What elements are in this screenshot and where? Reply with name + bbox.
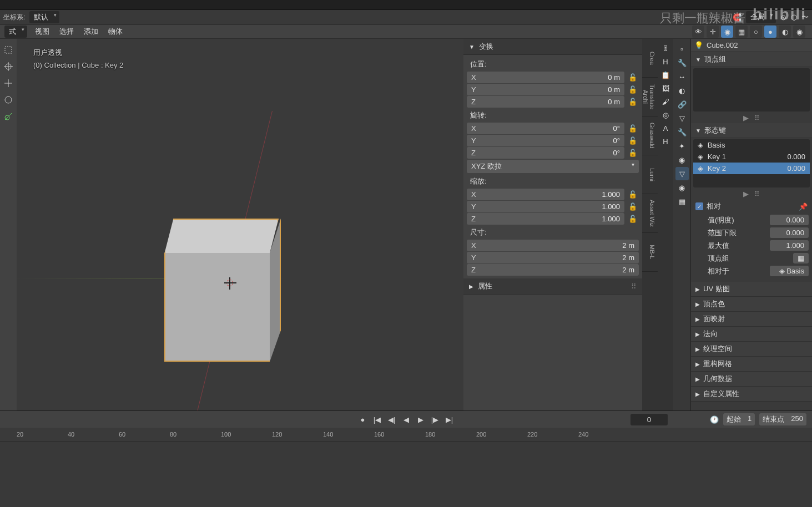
rot-z-field[interactable]: Z0° bbox=[467, 147, 624, 159]
play-reverse-button[interactable]: ◀ bbox=[401, 414, 412, 424]
viewport-3d[interactable]: 用户透视 (0) Collection | Cube : Key 2 bbox=[17, 39, 463, 410]
min-field[interactable]: 0.000 bbox=[770, 227, 809, 238]
lock-icon[interactable]: 🔓 bbox=[627, 123, 639, 134]
scl-x-field[interactable]: X1.000 bbox=[467, 189, 624, 200]
timeline-tracks[interactable] bbox=[0, 442, 812, 507]
rot-mode-dropdown[interactable]: XYZ 欧拉▾ bbox=[467, 160, 639, 173]
shapekeys-header[interactable]: ▼形态键 bbox=[691, 123, 812, 138]
record-button[interactable]: ● bbox=[357, 414, 369, 424]
start-frame-field[interactable]: 起始1 bbox=[723, 413, 755, 425]
cursor-tool-icon[interactable] bbox=[2, 60, 15, 73]
uv-header[interactable]: ▶UV 贴图 bbox=[691, 282, 812, 297]
object-tab-icon[interactable]: ▽ bbox=[675, 111, 689, 125]
rot-x-field[interactable]: X0° bbox=[467, 123, 624, 134]
visibility-icon[interactable]: 👁 bbox=[692, 26, 704, 38]
texspace-header[interactable]: ▶纹理空间 bbox=[691, 342, 812, 357]
coord-dropdown[interactable]: 默认 bbox=[29, 11, 59, 23]
normal-header[interactable]: ▶法向 bbox=[691, 327, 812, 342]
xray-icon[interactable]: ▦ bbox=[735, 26, 748, 38]
texture-tab-icon[interactable]: ▦ bbox=[675, 195, 689, 208]
tab-translate[interactable]: Translate Archi bbox=[642, 78, 658, 116]
keyframe-prev-button[interactable]: ◀| bbox=[386, 414, 397, 424]
panel-transform-header[interactable]: ▼变换 bbox=[463, 39, 642, 55]
overlay-icon[interactable]: ◉ bbox=[721, 26, 733, 38]
vertex-groups-list[interactable] bbox=[693, 68, 810, 111]
relto-field[interactable]: ◈ Basis bbox=[770, 266, 809, 276]
remesh-header[interactable]: ▶重构网格 bbox=[691, 357, 812, 372]
lock-icon[interactable]: 🔓 bbox=[627, 189, 639, 200]
particle-tab-icon[interactable]: ✦ bbox=[675, 139, 689, 153]
cube-object[interactable] bbox=[161, 205, 289, 352]
modifier-tab-icon[interactable]: 🔧 bbox=[675, 125, 689, 139]
scl-y-field[interactable]: Y1.000 bbox=[467, 201, 624, 212]
select-tool-icon[interactable] bbox=[2, 43, 15, 57]
custom-header[interactable]: ▶自定义属性 bbox=[691, 387, 812, 402]
tab-mbl[interactable]: MB-L bbox=[642, 233, 658, 272]
dim-x-field[interactable]: X2 m bbox=[467, 240, 639, 251]
tune-icon[interactable]: 🎚 bbox=[659, 42, 672, 54]
value-field[interactable]: 0.000 bbox=[770, 215, 809, 225]
menu-select[interactable]: 选择 bbox=[57, 26, 76, 38]
world-tab-icon[interactable]: 🔗 bbox=[675, 98, 689, 111]
shade-matcap-icon[interactable]: ◐ bbox=[779, 26, 791, 38]
pin-icon[interactable]: 📌 bbox=[799, 202, 808, 211]
dim-y-field[interactable]: Y2 m bbox=[467, 252, 639, 263]
max-field[interactable]: 1.000 bbox=[770, 240, 809, 251]
gizmo-icon[interactable]: ✛ bbox=[707, 26, 719, 38]
clock-icon[interactable]: 🕐 bbox=[710, 415, 719, 424]
output-tab-icon[interactable]: 🔧 bbox=[675, 56, 689, 69]
view-tab-icon[interactable]: ↔ bbox=[675, 70, 689, 83]
mesh-tab-icon[interactable]: ▽ bbox=[675, 167, 689, 180]
shade-solid-icon[interactable]: ● bbox=[764, 26, 776, 38]
panel-props-header[interactable]: ▶属性⠿ bbox=[463, 278, 642, 295]
menu-view[interactable]: 视图 bbox=[33, 26, 52, 38]
fmap-header[interactable]: ▶面映射 bbox=[691, 312, 812, 327]
material-tab-icon[interactable]: ◉ bbox=[675, 181, 689, 194]
lock-icon[interactable]: 🔓 bbox=[627, 201, 639, 212]
lock-icon[interactable]: 🔓 bbox=[627, 97, 639, 108]
lock-icon[interactable]: 🔓 bbox=[627, 135, 639, 146]
shapekey-key2[interactable]: ◈ Key 20.000 bbox=[693, 163, 810, 174]
lock-icon[interactable]: 🔓 bbox=[627, 148, 639, 159]
timeline-ruler[interactable]: 20406080100120140160180200220240 bbox=[0, 428, 812, 442]
clipboard-icon[interactable]: 📋 bbox=[659, 69, 672, 81]
shade-wire-icon[interactable]: ○ bbox=[750, 26, 762, 38]
scl-z-field[interactable]: Z1.000 bbox=[467, 213, 624, 225]
end-frame-field[interactable]: 结束点250 bbox=[759, 413, 806, 425]
pos-y-field[interactable]: Y0 m bbox=[467, 84, 624, 95]
physics-tab-icon[interactable]: ◉ bbox=[675, 153, 689, 166]
shapekey-key1[interactable]: ◈ Key 10.000 bbox=[693, 151, 810, 163]
scene-tab-icon[interactable]: ◐ bbox=[675, 84, 689, 97]
dim-z-field[interactable]: Z2 m bbox=[467, 264, 639, 276]
obj-breadcrumb[interactable]: 💡 Cube.002 bbox=[691, 39, 812, 52]
current-frame-field[interactable]: 0 bbox=[631, 414, 668, 425]
measure-tool-icon[interactable] bbox=[2, 110, 15, 123]
h2-icon[interactable]: H bbox=[659, 135, 672, 148]
shapekey-basis[interactable]: ◈ Basis bbox=[693, 139, 810, 151]
tab-assetwiz[interactable]: Asset Wiz bbox=[642, 194, 658, 233]
pos-x-field[interactable]: X0 m bbox=[467, 72, 624, 83]
drag-handle-icon[interactable]: ▶ ⠿ bbox=[691, 189, 812, 199]
tab-graswald[interactable]: Graswald bbox=[642, 116, 658, 155]
image-icon[interactable]: 🖼 bbox=[659, 82, 672, 94]
geom-header[interactable]: ▶几何数据 bbox=[691, 372, 812, 387]
render-tab-icon[interactable]: ▫ bbox=[675, 42, 689, 55]
brush-icon[interactable]: 🖌 bbox=[659, 95, 672, 108]
vgroup-field[interactable]: ▦ bbox=[793, 253, 809, 263]
shade-render-icon[interactable]: ◉ bbox=[793, 26, 805, 38]
rot-y-field[interactable]: Y0° bbox=[467, 135, 624, 146]
menu-object[interactable]: 物体 bbox=[106, 26, 125, 38]
tab-crea[interactable]: Crea bbox=[642, 39, 658, 78]
lock-icon[interactable]: 🔓 bbox=[627, 214, 639, 225]
menu-add[interactable]: 添加 bbox=[82, 26, 100, 38]
tab-lumi[interactable]: Lumi bbox=[642, 155, 658, 194]
keyframe-next-button[interactable]: |▶ bbox=[430, 414, 441, 424]
rotate-tool-icon[interactable] bbox=[2, 93, 15, 107]
jump-end-button[interactable]: ▶| bbox=[444, 414, 455, 424]
drag-handle-icon[interactable]: ▶ ⠿ bbox=[691, 113, 812, 123]
a-icon[interactable]: A bbox=[659, 122, 672, 134]
jump-start-button[interactable]: |◀ bbox=[372, 414, 383, 424]
play-button[interactable]: ▶ bbox=[415, 414, 426, 424]
vertex-groups-header[interactable]: ▼顶点组 bbox=[691, 52, 812, 67]
pos-z-field[interactable]: Z0 m bbox=[467, 96, 624, 108]
